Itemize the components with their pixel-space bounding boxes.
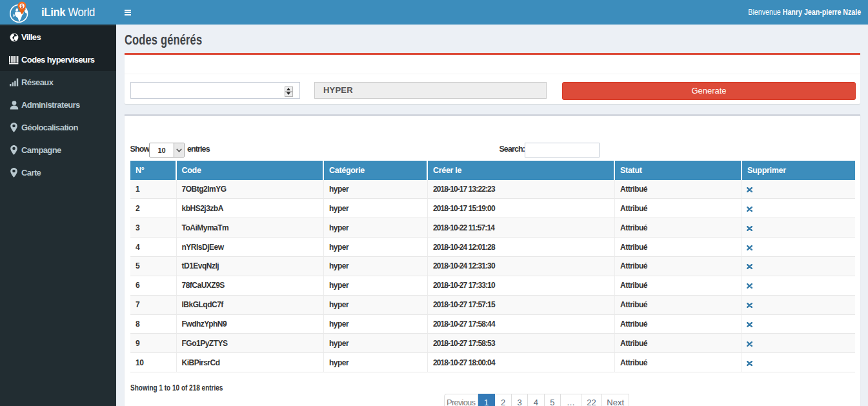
svg-text:$: $ <box>21 4 23 9</box>
